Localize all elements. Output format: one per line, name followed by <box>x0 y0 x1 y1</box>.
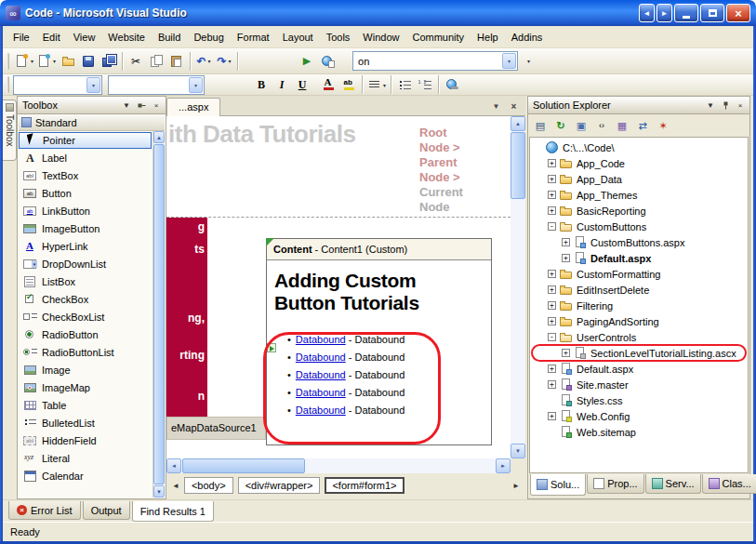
toolbox-item-textbox[interactable]: TextBox <box>19 166 153 184</box>
maximize-button[interactable] <box>700 4 724 22</box>
nest-related-files-button[interactable]: ▣ <box>572 117 590 134</box>
expander-plus-icon[interactable]: + <box>548 191 556 199</box>
expander-plus-icon[interactable]: + <box>562 349 570 357</box>
toolbox-item-radiobutton[interactable]: RadioButton <box>19 325 153 343</box>
tag-path-back-icon[interactable]: ◄ <box>172 482 179 490</box>
scroll-down-icon[interactable]: ▼ <box>153 485 165 498</box>
copy-web-site-button[interactable]: ⇄ <box>633 117 652 134</box>
auto-hide-pin-button[interactable] <box>719 100 732 112</box>
toolbox-item-calendar[interactable]: Calendar <box>19 467 153 484</box>
tree-item-custombuttons[interactable]: -CustomButtons <box>530 219 748 234</box>
scrollbar-thumb[interactable] <box>182 458 305 473</box>
databound-link[interactable]: Databound <box>296 405 346 416</box>
chevron-down-icon[interactable]: ▾ <box>229 58 232 64</box>
content-placeholder-header[interactable]: Content - Content1 (Custom) <box>267 239 491 260</box>
bottom-tab-find-results-1[interactable]: Find Results 1 <box>132 501 214 522</box>
toolbox-item-bulletedlist[interactable]: BulletedList <box>19 414 153 431</box>
scrollbar-thumb[interactable] <box>153 144 165 484</box>
tree-item-site-master[interactable]: +Site.master <box>530 377 748 392</box>
scroll-left-icon[interactable]: ◄ <box>166 458 181 473</box>
tag-chip-body[interactable]: <body> <box>184 477 233 494</box>
tree-item-app-code[interactable]: +App_Code <box>530 155 748 171</box>
panel-tab-clas[interactable]: Clas... <box>702 474 756 494</box>
menu-item-file[interactable]: File <box>7 29 36 46</box>
toolbox-item-imagemap[interactable]: ImageMap <box>19 378 153 396</box>
expander-minus-icon[interactable]: - <box>548 333 556 341</box>
toolbox-item-button[interactable]: Button <box>19 184 153 202</box>
paste-button[interactable] <box>166 51 187 72</box>
tree-item-custombuttons-aspx[interactable]: +CustomButtons.aspx <box>530 234 748 250</box>
designer-vertical-scrollbar[interactable]: ▲ ▼ <box>511 116 525 458</box>
minimize-button[interactable] <box>674 4 698 22</box>
italic-button[interactable]: I <box>272 76 292 94</box>
expander-plus-icon[interactable]: + <box>562 238 570 246</box>
toolbox-item-hyperlink[interactable]: HyperLink <box>19 237 153 255</box>
databound-link[interactable]: Databound <box>296 369 346 380</box>
toolbox-item-table[interactable]: Table <box>19 396 153 414</box>
expander-plus-icon[interactable]: + <box>548 301 556 310</box>
undo-button[interactable]: ↶▾ <box>193 51 214 72</box>
panel-tab-serv[interactable]: Serv... <box>645 474 701 494</box>
close-panel-button[interactable]: × <box>150 100 163 112</box>
close-panel-button[interactable]: × <box>734 100 747 112</box>
menu-item-debug[interactable]: Debug <box>187 29 230 46</box>
tree-item-basicreporting[interactable]: +BasicReporting <box>530 203 748 219</box>
menu-item-build[interactable]: Build <box>152 29 187 46</box>
panel-tab-prop[interactable]: Prop... <box>587 474 643 494</box>
toolbox-item-image[interactable]: Image <box>19 361 153 378</box>
toolbar-grip[interactable] <box>7 53 9 70</box>
tree-item-web-sitemap[interactable]: Web.sitemap <box>530 424 748 440</box>
tree-item-editinsertdelete[interactable]: +EditInsertDelete <box>530 282 748 298</box>
scroll-up-icon[interactable]: ▲ <box>153 131 165 143</box>
add-new-item-button[interactable]: ▾ <box>35 51 58 72</box>
tree-item-customformatting[interactable]: +CustomFormatting <box>530 266 748 282</box>
chevron-down-icon[interactable]: ▾ <box>86 77 100 93</box>
view-in-browser-button[interactable] <box>317 51 338 72</box>
tree-item-app-themes[interactable]: +App_Themes <box>530 187 748 203</box>
sitemapdatasource-control[interactable]: eMapDataSource1 <box>166 417 266 440</box>
toolbox-item-imagebutton[interactable]: ImageButton <box>19 219 153 237</box>
refresh-button[interactable]: ↻ <box>551 117 570 134</box>
window-position-button[interactable]: ▼ <box>120 100 133 112</box>
databound-link[interactable]: Databound <box>296 334 346 345</box>
font-color-button[interactable] <box>318 76 338 94</box>
active-files-dropdown-button[interactable]: ▼ <box>489 100 503 113</box>
expander-plus-icon[interactable]: + <box>548 365 556 373</box>
window-nav-left-button[interactable]: ◄ <box>639 4 655 22</box>
bottom-tab-output[interactable]: Output <box>83 501 130 520</box>
window-nav-right-button[interactable]: ► <box>657 4 672 22</box>
toolbox-item-dropdownlist[interactable]: DropDownList <box>19 255 153 272</box>
aspnet-configuration-button[interactable]: ✶ <box>654 117 672 134</box>
expander-minus-icon[interactable]: - <box>548 222 556 231</box>
toolbox-item-pointer[interactable]: Pointer <box>19 132 152 149</box>
toolbox-item-checkbox[interactable]: CheckBox <box>19 290 153 308</box>
toolbar-grip[interactable] <box>7 76 9 93</box>
toolbox-item-checkboxlist[interactable]: CheckBoxList <box>19 308 153 325</box>
window-position-button[interactable]: ▼ <box>704 100 717 112</box>
expander-plus-icon[interactable]: + <box>548 412 556 420</box>
tree-item-app-data[interactable]: +App_Data <box>530 171 748 187</box>
toolbox-item-label[interactable]: Label <box>19 149 153 166</box>
chevron-down-icon[interactable]: ▾ <box>502 53 516 69</box>
menu-item-tools[interactable]: Tools <box>320 29 357 46</box>
bottom-tab-error-list[interactable]: ×Error List <box>8 501 81 520</box>
menu-item-view[interactable]: View <box>67 29 102 46</box>
expander-plus-icon[interactable]: + <box>562 254 570 262</box>
panel-tab-solu[interactable]: Solu... <box>530 474 586 496</box>
redo-button[interactable]: ↷▾ <box>214 51 234 72</box>
underline-button[interactable]: U <box>292 76 312 94</box>
view-designer-button[interactable]: ▦ <box>613 117 631 134</box>
expander-plus-icon[interactable]: + <box>548 159 556 167</box>
cut-button[interactable]: ✂ <box>126 51 146 72</box>
scroll-up-icon[interactable]: ▲ <box>511 116 525 131</box>
title-bar[interactable]: ∞ Code - Microsoft Visual Studio ◄ ► × <box>0 0 756 26</box>
tree-item-usercontrols[interactable]: -UserControls <box>530 329 748 345</box>
expander-plus-icon[interactable]: + <box>548 175 556 183</box>
hyperlink-button[interactable] <box>442 76 462 94</box>
expander-plus-icon[interactable]: + <box>548 380 556 389</box>
smart-tag-icon[interactable] <box>267 343 276 352</box>
tag-chip-form-form1[interactable]: <form#form1> <box>325 477 404 494</box>
target-rule-combo[interactable]: ▾ <box>13 75 102 95</box>
tree-item-web-config[interactable]: +Web.Config <box>530 408 748 424</box>
breadcrumb-item[interactable]: Parent Node > <box>419 155 460 184</box>
